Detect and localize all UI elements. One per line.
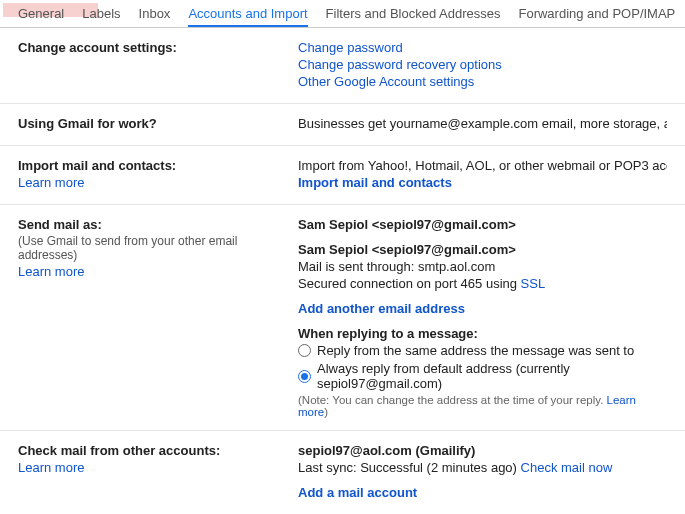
send-as-learn-more[interactable]: Learn more bbox=[18, 264, 84, 279]
reply-same-label: Reply from the same address the message … bbox=[317, 343, 634, 358]
send-as-alt: Sam Sepiol <sepiol97@gmail.com> bbox=[298, 242, 667, 257]
work-heading: Using Gmail for work? bbox=[18, 116, 298, 131]
section-change-account-settings: Change account settings: Change password… bbox=[0, 28, 685, 104]
tab-filters[interactable]: Filters and Blocked Addresses bbox=[326, 6, 501, 27]
reply-default-label: Always reply from default address (curre… bbox=[317, 361, 667, 391]
tab-accounts-import[interactable]: Accounts and Import bbox=[188, 6, 307, 27]
change-password-link[interactable]: Change password bbox=[298, 40, 403, 55]
section-gmail-for-work: Using Gmail for work? Businesses get you… bbox=[0, 104, 685, 146]
ssl-link[interactable]: SSL bbox=[521, 276, 546, 291]
add-another-email-link[interactable]: Add another email address bbox=[298, 301, 465, 316]
check-mail-sync: Last sync: Successful (2 minutes ago) Ch… bbox=[298, 460, 667, 475]
change-settings-heading: Change account settings: bbox=[18, 40, 298, 55]
reply-same-radio[interactable] bbox=[298, 344, 311, 357]
other-account-settings-link[interactable]: Other Google Account settings bbox=[298, 74, 474, 89]
import-description: Import from Yahoo!, Hotmail, AOL, or oth… bbox=[298, 158, 667, 173]
reply-note: (Note: You can change the address at the… bbox=[298, 394, 667, 418]
reply-default-radio[interactable] bbox=[298, 370, 311, 383]
send-as-sub: (Use Gmail to send from your other email… bbox=[18, 234, 298, 262]
tab-inbox[interactable]: Inbox bbox=[139, 6, 171, 27]
check-mail-heading: Check mail from other accounts: bbox=[18, 443, 298, 458]
send-as-smtp: Mail is sent through: smtp.aol.com bbox=[298, 259, 667, 274]
add-mail-account-link[interactable]: Add a mail account bbox=[298, 485, 417, 500]
reply-heading: When replying to a message: bbox=[298, 326, 667, 341]
send-as-secured: Secured connection on port 465 using SSL bbox=[298, 276, 667, 291]
section-import-mail: Import mail and contacts: Learn more Imp… bbox=[0, 146, 685, 205]
import-learn-more[interactable]: Learn more bbox=[18, 175, 84, 190]
check-mail-now-link[interactable]: Check mail now bbox=[521, 460, 613, 475]
check-mail-learn-more[interactable]: Learn more bbox=[18, 460, 84, 475]
tab-forwarding[interactable]: Forwarding and POP/IMAP bbox=[518, 6, 675, 27]
check-mail-account: sepiol97@aol.com (Gmailify) bbox=[298, 443, 667, 458]
tab-labels[interactable]: Labels bbox=[82, 6, 120, 27]
import-heading: Import mail and contacts: bbox=[18, 158, 298, 173]
change-recovery-link[interactable]: Change password recovery options bbox=[298, 57, 502, 72]
section-check-mail: Check mail from other accounts: Learn mo… bbox=[0, 431, 685, 514]
tab-general[interactable]: General bbox=[18, 6, 64, 27]
section-send-mail-as: Send mail as: (Use Gmail to send from yo… bbox=[0, 205, 685, 431]
work-description: Businesses get yourname@example.com emai… bbox=[298, 116, 667, 131]
settings-tabs: General Labels Inbox Accounts and Import… bbox=[0, 0, 685, 28]
send-as-primary: Sam Sepiol <sepiol97@gmail.com> bbox=[298, 217, 667, 232]
send-as-heading: Send mail as: bbox=[18, 217, 298, 232]
import-mail-contacts-link[interactable]: Import mail and contacts bbox=[298, 175, 452, 190]
